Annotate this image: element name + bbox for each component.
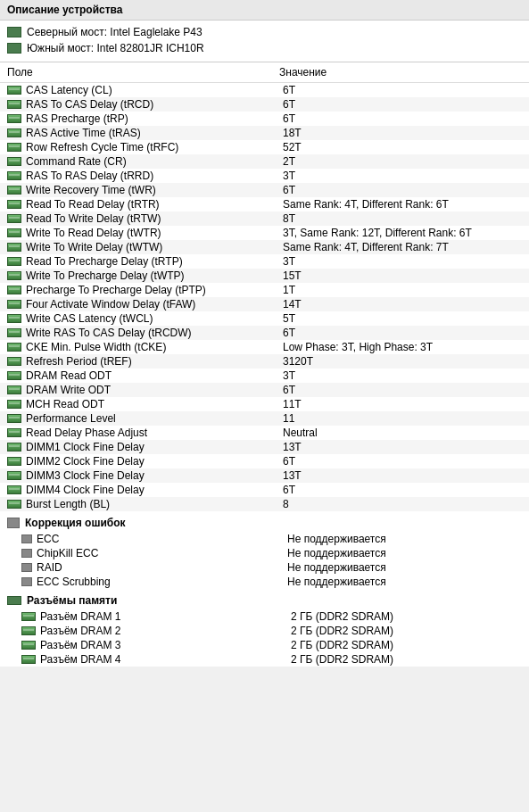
memory-slot-value: 2 ГБ (DDR2 SDRAM) [291, 610, 522, 623]
row-label: DRAM Read ODT [7, 369, 279, 382]
memory-slot-icon [21, 626, 36, 635]
row-icon [7, 114, 21, 123]
row-icon [7, 100, 21, 109]
row-value-text: 2T [279, 155, 522, 168]
row-field-text: RAS Precharge (tRP) [26, 112, 128, 125]
row-icon [7, 214, 21, 223]
row-label: RAS Precharge (tRP) [7, 112, 279, 125]
table-row: DIMM1 Clock Fine Delay 13T [0, 440, 529, 454]
memory-slots-body: Разъём DRAM 1 2 ГБ (DDR2 SDRAM) Разъём D… [0, 609, 529, 667]
memory-slot-item: Разъём DRAM 3 2 ГБ (DDR2 SDRAM) [0, 638, 529, 652]
table-row: Read Delay Phase Adjust Neutral [0, 426, 529, 440]
table-body: CAS Latency (CL) 6T RAS To CAS Delay (tR… [0, 83, 529, 511]
error-correction-item: ChipKill ECC Не поддерживается [0, 546, 529, 560]
memory-slot-label: Разъём DRAM 2 [40, 625, 291, 637]
device-section-header: Описание устройства [0, 0, 529, 21]
row-label: RAS To CAS Delay (tRCD) [7, 98, 279, 111]
error-correction-body: ECC Не поддерживается ChipKill ECC Не по… [0, 532, 529, 589]
north-bridge-icon [7, 27, 21, 37]
ec-item-icon [21, 577, 32, 586]
row-icon [7, 128, 21, 137]
row-value-text: 6T [279, 455, 522, 468]
table-row: CKE Min. Pulse Width (tCKE) Low Phase: 3… [0, 340, 529, 354]
row-field-text: Write To Read Delay (tWTR) [26, 227, 161, 239]
memory-slot-item: Разъём DRAM 2 2 ГБ (DDR2 SDRAM) [0, 624, 529, 638]
ec-item-value: Не поддерживается [287, 533, 522, 545]
row-label: DIMM4 Clock Fine Delay [7, 484, 279, 496]
table-row: Precharge To Precharge Delay (tPTP) 1T [0, 283, 529, 297]
row-label: Performance Level [7, 412, 279, 425]
row-label: Read To Write Delay (tRTW) [7, 212, 279, 225]
row-icon [7, 228, 21, 237]
row-value-text: 6T [279, 98, 522, 111]
row-field-text: Write Recovery Time (tWR) [26, 184, 156, 196]
device-info: Северный мост: Intel Eaglelake P43 Южный… [0, 21, 529, 62]
row-icon [7, 300, 21, 309]
row-value-text: 6T [279, 112, 522, 125]
row-label: Read Delay Phase Adjust [7, 427, 279, 439]
table-row: Write Recovery Time (tWR) 6T [0, 183, 529, 197]
row-icon [7, 343, 21, 352]
memory-slot-label: Разъём DRAM 1 [40, 610, 291, 623]
memory-slot-label: Разъём DRAM 4 [40, 653, 291, 666]
row-icon [7, 400, 21, 409]
row-icon [7, 86, 21, 95]
row-value-text: Same Rank: 4T, Different Rank: 7T [279, 241, 522, 253]
row-icon [7, 485, 21, 494]
row-value-text: 6T [279, 384, 522, 396]
row-label: Write Recovery Time (tWR) [7, 184, 279, 196]
table-row: DIMM3 Clock Fine Delay 13T [0, 468, 529, 483]
memory-slot-value: 2 ГБ (DDR2 SDRAM) [291, 653, 522, 666]
row-field-text: Read To Write Delay (tRTW) [26, 212, 161, 225]
row-label: RAS Active Time (tRAS) [7, 127, 279, 139]
row-icon [7, 328, 21, 337]
error-correction-icon [7, 518, 20, 528]
table-row: MCH Read ODT 11T [0, 397, 529, 411]
ec-item-value: Не поддерживается [287, 547, 522, 559]
memory-slot-value: 2 ГБ (DDR2 SDRAM) [291, 639, 522, 651]
table-row: Write CAS Latency (tWCL) 5T [0, 311, 529, 326]
table-row: Command Rate (CR) 2T [0, 154, 529, 169]
row-icon [7, 500, 21, 509]
table-row: DRAM Write ODT 6T [0, 383, 529, 397]
error-correction-item: ECC Не поддерживается [0, 532, 529, 546]
row-value-text: 13T [279, 441, 522, 453]
row-label: Four Activate Window Delay (tFAW) [7, 298, 279, 311]
row-value-text: 15T [279, 269, 522, 282]
row-value-text: 3120T [279, 355, 522, 368]
error-correction-section: Коррекция ошибок ECC Не поддерживается C… [0, 511, 529, 589]
table-row: RAS To RAS Delay (tRRD) 3T [0, 169, 529, 183]
memory-slot-value: 2 ГБ (DDR2 SDRAM) [291, 625, 522, 637]
table-row: Write To Precharge Delay (tWTP) 15T [0, 269, 529, 283]
row-label: Command Rate (CR) [7, 155, 279, 168]
row-icon [7, 357, 21, 366]
row-icon [7, 286, 21, 294]
row-field-text: Write To Write Delay (tWTW) [26, 241, 162, 253]
table-row: Burst Length (BL) 8 [0, 497, 529, 511]
table-row: DIMM4 Clock Fine Delay 6T [0, 483, 529, 497]
memory-slot-label: Разъём DRAM 3 [40, 639, 291, 651]
row-field-text: DRAM Read ODT [26, 369, 112, 382]
row-icon [7, 257, 21, 266]
ec-item-label: ECC [37, 533, 287, 545]
table-row: Refresh Period (tREF) 3120T [0, 354, 529, 369]
ec-item-icon [21, 549, 32, 558]
table-row: DIMM2 Clock Fine Delay 6T [0, 454, 529, 468]
error-correction-item: RAID Не поддерживается [0, 560, 529, 575]
table-row: RAS Active Time (tRAS) 18T [0, 126, 529, 140]
row-label: Write CAS Latency (tWCL) [7, 312, 279, 325]
row-label: Write To Read Delay (tWTR) [7, 227, 279, 239]
row-value-text: 3T, Same Rank: 12T, Different Rank: 6T [279, 227, 522, 239]
row-icon [7, 385, 21, 394]
row-field-text: DRAM Write ODT [26, 384, 111, 396]
row-label: Write RAS To CAS Delay (tRCDW) [7, 327, 279, 339]
memory-slot-item: Разъём DRAM 1 2 ГБ (DDR2 SDRAM) [0, 609, 529, 624]
row-label: CAS Latency (CL) [7, 84, 279, 96]
row-field-text: Read Delay Phase Adjust [26, 427, 147, 439]
table-row: Read To Write Delay (tRTW) 8T [0, 211, 529, 226]
ec-item-label: ChipKill ECC [37, 547, 287, 559]
row-field-text: Performance Level [26, 412, 116, 425]
row-icon [7, 314, 21, 323]
row-label: DIMM2 Clock Fine Delay [7, 455, 279, 468]
main-table-section: Поле Значение CAS Latency (CL) 6T RAS To… [0, 62, 529, 511]
